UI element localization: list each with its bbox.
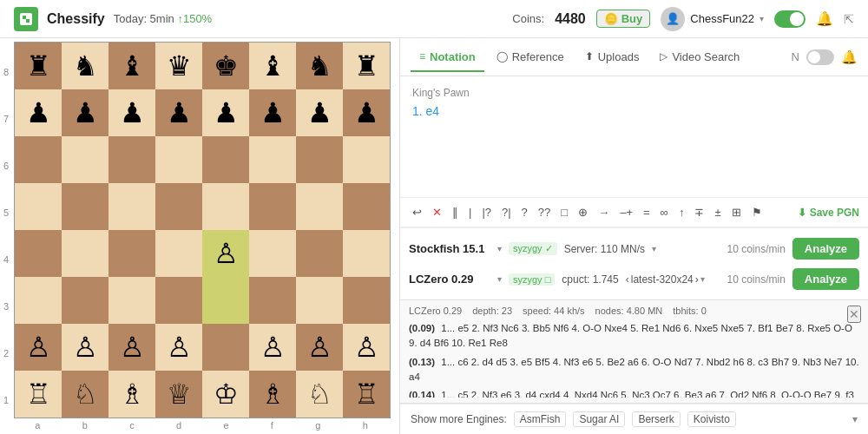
square-h7[interactable]: ♟ [343, 89, 390, 136]
square-a2[interactable]: ♙ [15, 324, 62, 371]
square-c8[interactable]: ♝ [108, 43, 155, 89]
square-b3[interactable] [62, 277, 108, 324]
square-d5[interactable] [155, 183, 202, 230]
square-g7[interactable]: ♟ [296, 89, 343, 136]
square-e7[interactable]: ♟ [202, 89, 249, 136]
square-b8[interactable]: ♞ [62, 43, 108, 89]
square-g1[interactable]: ♘ [296, 371, 343, 418]
tab-reference[interactable]: ◯ Reference [488, 43, 573, 72]
square-b5[interactable] [62, 183, 108, 230]
square-f4[interactable] [249, 230, 296, 277]
square-e5[interactable] [202, 183, 249, 230]
square-e8[interactable]: ♚ [202, 43, 249, 89]
square-c6[interactable] [108, 136, 155, 183]
square-a6[interactable] [15, 136, 62, 183]
tab-uploads[interactable]: ⬆ Uploads [576, 43, 648, 72]
square-g3[interactable] [296, 277, 343, 324]
square-a5[interactable] [15, 183, 62, 230]
mp-button[interactable]: ∓ [691, 203, 707, 221]
square-b4[interactable] [62, 230, 108, 277]
square-e3[interactable] [202, 277, 249, 324]
square-d8[interactable]: ♛ [155, 43, 202, 89]
flag-button[interactable]: ⚑ [748, 203, 766, 221]
minus-plus-button[interactable]: –+ [616, 203, 636, 221]
buy-button[interactable]: 🪙 Buy [596, 10, 651, 28]
tab-notation[interactable]: ≡ Notation [411, 43, 484, 72]
square-e6[interactable] [202, 136, 249, 183]
square-b2[interactable]: ♙ [62, 324, 108, 371]
tab-video-search[interactable]: ▷ Video Search [651, 43, 748, 72]
square-h8[interactable]: ♜ [343, 43, 390, 89]
square-e2[interactable] [202, 324, 249, 371]
square-g2[interactable]: ♙ [296, 324, 343, 371]
square-d3[interactable] [155, 277, 202, 324]
square-a8[interactable]: ♜ [15, 43, 62, 89]
circle-button[interactable]: ⊕ [575, 203, 591, 221]
square-b7[interactable]: ♟ [62, 89, 108, 136]
moves-2[interactable]: 1... c6 2. d4 d5 3. e5 Bf5 4. Nf3 e6 5. … [409, 357, 859, 382]
notation-toggle[interactable] [806, 49, 834, 65]
pm-button[interactable]: ± [711, 203, 724, 221]
lczero-analyze-button[interactable]: Analyze [792, 268, 859, 290]
square-h2[interactable]: ♙ [343, 324, 390, 371]
square-f8[interactable]: ♝ [249, 43, 296, 89]
square-g6[interactable] [296, 136, 343, 183]
close-analysis-button[interactable]: ✕ [847, 306, 861, 323]
lczero-network[interactable]: ‹ latest-320x24 › ▾ [626, 273, 705, 286]
engine-chip-koivisto[interactable]: Koivisto [687, 411, 736, 427]
expand-icon[interactable]: ⇱ [844, 12, 854, 26]
square-f5[interactable] [249, 183, 296, 230]
chess-board[interactable]: ♜ ♞ ♝ ♛ ♚ ♝ ♞ ♜ ♟ ♟ ♟ ♟ ♟ ♟ ♟ ♟ [14, 42, 391, 418]
square-h5[interactable] [343, 183, 390, 230]
square-d1[interactable]: ♕ [155, 371, 202, 418]
square-a3[interactable] [15, 277, 62, 324]
bar-button[interactable]: | [465, 203, 475, 221]
moves-1[interactable]: 1... e5 2. Nf3 Nc6 3. Bb5 Nf6 4. O-O Nxe… [409, 323, 852, 348]
engine-chip-berserk[interactable]: Berserk [632, 411, 680, 427]
square-e1[interactable]: ♔ [202, 371, 249, 418]
square-c5[interactable] [108, 183, 155, 230]
bar-q-button[interactable]: |? [478, 203, 495, 221]
square-f2[interactable]: ♙ [249, 324, 296, 371]
square-d2[interactable]: ♙ [155, 324, 202, 371]
square-h3[interactable] [343, 277, 390, 324]
square-d6[interactable] [155, 136, 202, 183]
equal-button[interactable]: = [640, 203, 654, 221]
grid-button[interactable]: ⊞ [728, 203, 745, 221]
question-button[interactable]: ? [518, 203, 531, 221]
lczero-name-dropdown[interactable]: LCZero 0.29 ▾ [409, 273, 502, 286]
infinity-button[interactable]: ∞ [657, 203, 672, 221]
stockfish-analyze-button[interactable]: Analyze [792, 238, 859, 260]
square-a4[interactable] [15, 230, 62, 277]
stockfish-server[interactable]: Server: 110 MN/s [564, 243, 645, 255]
square-h6[interactable] [343, 136, 390, 183]
square-a1[interactable]: ♖ [15, 371, 62, 418]
q-bar-button[interactable]: ?| [498, 203, 515, 221]
square-f1[interactable]: ♗ [249, 371, 296, 418]
engine-chip-sugai[interactable]: Sugar AI [573, 411, 625, 427]
theme-toggle[interactable] [774, 10, 806, 28]
square-f7[interactable]: ♟ [249, 89, 296, 136]
show-more-chevron-icon[interactable]: ▾ [852, 413, 858, 425]
square-g5[interactable] [296, 183, 343, 230]
square-f3[interactable] [249, 277, 296, 324]
tab-bell-icon[interactable]: 🔔 [841, 49, 858, 65]
bell-icon[interactable]: 🔔 [816, 10, 833, 27]
square-button[interactable]: □ [557, 203, 571, 221]
square-d4[interactable] [155, 230, 202, 277]
pause-button[interactable]: ‖ [449, 203, 462, 221]
square-b1[interactable]: ♘ [62, 371, 108, 418]
delete-button[interactable]: ✕ [429, 203, 445, 221]
square-c4[interactable] [108, 230, 155, 277]
user-area[interactable]: 👤 ChessFun22 ▾ [661, 7, 764, 31]
square-c2[interactable]: ♙ [108, 324, 155, 371]
double-q-button[interactable]: ?? [535, 203, 554, 221]
square-c1[interactable]: ♗ [108, 371, 155, 418]
up-button[interactable]: ↑ [675, 203, 688, 221]
stockfish-name-dropdown[interactable]: Stockfish 15.1 ▾ [409, 242, 502, 255]
square-e4[interactable]: ♙ [202, 230, 249, 277]
move-1-e4[interactable]: 1. e4 [412, 104, 439, 118]
square-b6[interactable] [62, 136, 108, 183]
moves-3[interactable]: 1... c5 2. Nf3 e6 3. d4 cxd4 4. Nxd4 Nc6… [409, 390, 854, 398]
square-a7[interactable]: ♟ [15, 89, 62, 136]
